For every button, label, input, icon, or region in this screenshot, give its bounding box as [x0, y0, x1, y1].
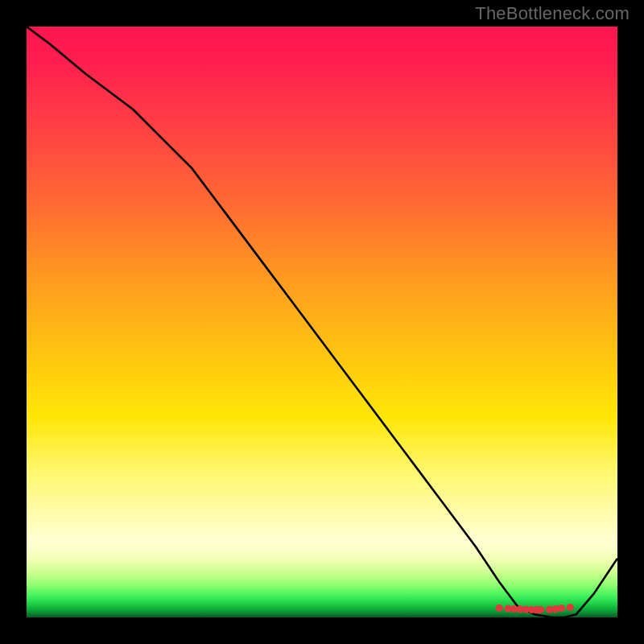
trough-marker [567, 604, 574, 611]
trough-markers [496, 604, 574, 613]
watermark-text: TheBottleneck.com [475, 3, 630, 24]
chart-frame: TheBottleneck.com [0, 0, 644, 644]
trough-marker [496, 605, 503, 612]
trough-marker [537, 606, 544, 613]
plot-area [27, 27, 617, 617]
trough-marker [558, 605, 565, 612]
bottleneck-curve-line [27, 27, 617, 617]
chart-overlay-svg [27, 27, 617, 617]
